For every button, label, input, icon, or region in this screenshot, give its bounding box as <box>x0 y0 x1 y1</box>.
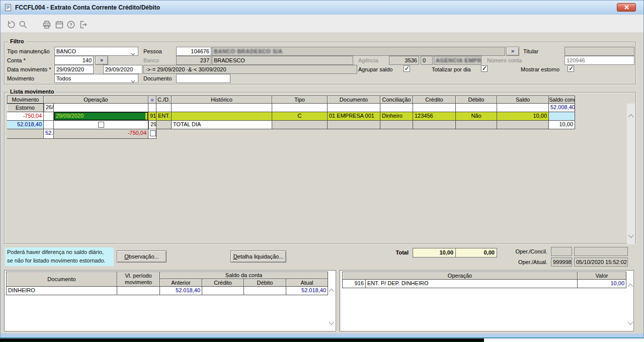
agencia-code-field: 3536 <box>389 56 419 65</box>
cell-historico: 01 EMPRESA 001 <box>328 112 380 121</box>
cell-conciliacao <box>497 121 549 129</box>
cell-valor: 10,00 <box>578 280 626 288</box>
agencia-label: Agência <box>358 57 378 63</box>
cell-cd: C <box>272 112 328 121</box>
undo-icon[interactable] <box>5 19 17 31</box>
cell-atual: 52.018,40 <box>286 287 328 295</box>
col-header-saldo[interactable]: Saldo <box>497 96 549 104</box>
col-header-documento: Documento <box>6 272 117 287</box>
scroll-up-icon[interactable] <box>627 282 633 286</box>
data-to-field[interactable]: 29/09/2020 <box>103 65 142 74</box>
cell-op-desc: TOTAL DIA <box>172 121 272 129</box>
cell-saldo: 52.018,40 <box>44 129 54 139</box>
scroll-up-icon[interactable] <box>628 113 634 117</box>
cell-documento: 123456 <box>413 112 456 121</box>
toolbar <box>0 15 644 33</box>
observacao-button[interactable]: Observação... <box>117 250 167 263</box>
cell-conciliacao <box>413 104 456 112</box>
cell-op-num <box>156 121 172 129</box>
col-header-documento[interactable]: Documento <box>328 96 380 104</box>
col-header-operacao: Operação <box>342 272 578 280</box>
estorno-checkbox[interactable] <box>98 122 104 128</box>
tipo-manutencao-select[interactable]: BANCO <box>54 47 138 56</box>
pessoa-code-field[interactable]: 104676 <box>176 47 211 56</box>
scroll-down-icon[interactable] <box>628 233 634 237</box>
pessoa-lookup-button[interactable]: » <box>506 47 519 56</box>
oper-concil-label: Oper./Concil. <box>506 248 547 254</box>
banco-code-field: 237 <box>176 56 211 65</box>
agencia-name-redacted: AGENCIA EMPRESAS CASCAVEL <box>436 57 481 64</box>
cell-saldo: 52.018,40 <box>7 121 44 129</box>
estorno-checkbox[interactable] <box>150 130 156 136</box>
cell-conciliacao: Não <box>456 112 497 121</box>
col-header-movimento[interactable]: Movimento <box>7 96 44 104</box>
cell-chevron <box>172 112 272 121</box>
cell-tipo <box>413 121 456 129</box>
print-icon[interactable] <box>41 19 53 31</box>
oper-concil-datetime-field <box>574 247 628 256</box>
cell-movimento: 26/09/2016 <box>44 104 54 112</box>
titular-label: Titular <box>523 48 538 54</box>
cell-movimento: 29/09/2020 <box>148 121 156 129</box>
titlebar[interactable]: FCCFL004 - Extrato Conta Corrente Crédit… <box>0 0 644 15</box>
scroll-up-icon[interactable] <box>329 287 335 291</box>
col-header-debito[interactable]: Débito <box>456 96 497 104</box>
col-header-estorno[interactable]: Estorno <box>7 104 44 112</box>
col-header-saldo-conciliacao[interactable]: Saldo conciliação <box>549 96 575 104</box>
col-header-atual: Atual <box>286 279 328 287</box>
cell-saldo-conciliacao <box>44 121 54 129</box>
numero-conta-field: 120946 <box>565 56 634 65</box>
col-header-operacao[interactable]: Operação <box>44 96 148 104</box>
scroll-down-icon[interactable] <box>627 320 633 324</box>
col-header-saldo-conta: Saldo da conta <box>160 272 328 279</box>
svg-text:?: ? <box>69 22 72 27</box>
desktop-strip-dark <box>0 338 484 342</box>
help-icon[interactable]: ? <box>65 19 77 31</box>
cell-estorno <box>44 112 54 121</box>
totalizar-por-dia-checkbox[interactable] <box>481 65 488 72</box>
col-header-conciliacao[interactable]: Conciliação <box>380 96 413 104</box>
conta-label: Conta * <box>7 57 26 63</box>
documento-field[interactable] <box>176 74 230 83</box>
col-header-chevron[interactable]: » <box>148 96 156 104</box>
col-header-cd[interactable]: C./D. <box>156 96 172 104</box>
data-from-field[interactable]: 29/09/2020 <box>54 65 94 74</box>
search-icon[interactable] <box>17 19 29 31</box>
calendar-icon[interactable] <box>53 19 65 31</box>
mostrar-estorno-checkbox[interactable] <box>568 65 574 72</box>
oper-atual-label: Oper./Atual. <box>506 259 547 265</box>
cell-op-num <box>54 104 148 112</box>
diff-note-line1: Poderá haver diferença no saldo diário, <box>7 249 104 255</box>
cell-documento <box>380 104 413 112</box>
data-expression-field: ·>·= 29/09/2020 ·&·< 30/09/2020 <box>143 65 357 74</box>
cell-tipo <box>328 104 380 112</box>
cell-op-desc <box>148 104 156 112</box>
cell-saldo-conciliacao: -750,04 <box>54 129 148 139</box>
agencia-digit-field: 0 <box>421 56 433 65</box>
col-header-tipo[interactable]: Tipo <box>272 96 328 104</box>
cell-chevron <box>156 104 172 112</box>
scroll-down-icon[interactable] <box>329 320 335 324</box>
total-credito-field: 10,00 <box>413 248 456 258</box>
saldo-documentos-table: Documento Vl. período movimento Saldo da… <box>6 272 328 295</box>
diff-note: Poderá haver diferença no saldo diário, … <box>5 247 114 266</box>
movements-scrollbar[interactable] <box>627 104 635 244</box>
oper-concil-code-field <box>551 247 572 256</box>
cell-saldo: 52.008,40 <box>549 104 575 112</box>
conta-lookup-button[interactable]: » <box>95 56 108 65</box>
pessoa-name-field: BANCO BRADESCO S/A <box>212 47 505 56</box>
cell-op-desc: ENT. P/ DEP. DINHEIRO <box>366 280 578 288</box>
col-header-credito[interactable]: Crédito <box>413 96 456 104</box>
agrupar-saldo-checkbox[interactable] <box>404 65 410 72</box>
detalha-liquidacao-button[interactable]: Detalha liquidação... <box>230 250 286 263</box>
conta-field[interactable]: 140 <box>54 56 94 65</box>
documento-label: Documento <box>143 75 172 81</box>
cell-documento: DINHEIRO <box>6 287 117 295</box>
window-border-bottom <box>0 333 644 337</box>
cell-anterior: 52.018,40 <box>160 287 202 295</box>
chevron-down-icon <box>131 50 135 56</box>
col-header-historico[interactable]: Histórico <box>172 96 272 104</box>
close-button[interactable] <box>617 3 636 12</box>
movimento-select[interactable]: Todos <box>54 74 138 83</box>
exit-icon[interactable] <box>76 19 89 31</box>
